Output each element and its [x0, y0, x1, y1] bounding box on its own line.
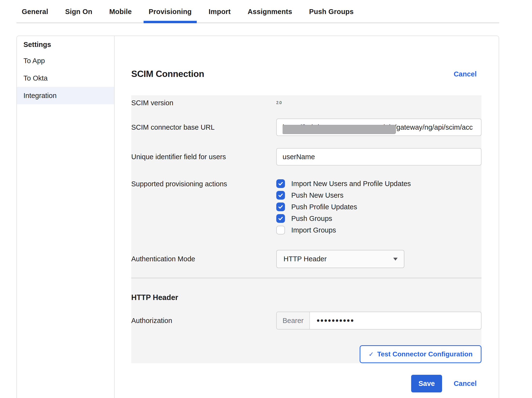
main-content: SCIM Connection Cancel SCIM version 2.0 …: [115, 36, 499, 398]
redaction-bar: [283, 125, 396, 134]
sidebar-item-to-okta[interactable]: To Okta: [17, 69, 114, 87]
sidebar-title: Settings: [17, 37, 114, 52]
unique-id-value: userName: [283, 153, 315, 161]
settings-sidebar: Settings To App To Okta Integration: [17, 36, 115, 398]
base-url-input[interactable]: https://b5bd-185-19-67-148.ngrok.io/gate…: [276, 119, 481, 136]
auth-mode-selected-value: HTTP Header: [284, 255, 327, 263]
base-url-label: SCIM connector base URL: [131, 123, 276, 131]
save-button[interactable]: Save: [411, 375, 442, 392]
checkbox-label: Push Groups: [291, 215, 332, 223]
header-cancel-link[interactable]: Cancel: [454, 70, 477, 78]
base-url-masked-prefix: https://b5bd-185-19-67-148.ngrok.io: [283, 119, 394, 136]
tab-sign-on[interactable]: Sign On: [65, 0, 92, 23]
check-icon: [277, 215, 284, 222]
auth-mode-label: Authentication Mode: [131, 255, 276, 263]
scim-version-value: 2.0: [276, 99, 481, 107]
option-import-new-users: Import New Users and Profile Updates: [276, 179, 481, 188]
http-header-section-title: HTTP Header: [131, 293, 481, 302]
option-import-groups: Import Groups: [276, 225, 481, 235]
provisioning-actions-label: Supported provisioning actions: [131, 179, 276, 235]
section-divider: [131, 278, 481, 278]
page-title: SCIM Connection: [131, 69, 204, 79]
settings-card: Settings To App To Okta Integration SCIM…: [16, 36, 499, 398]
check-icon: ✓: [369, 351, 374, 357]
tab-import[interactable]: Import: [209, 0, 231, 23]
authorization-input[interactable]: Bearer ••••••••••: [276, 312, 481, 330]
chevron-down-icon: [393, 258, 398, 261]
tab-mobile[interactable]: Mobile: [109, 0, 132, 23]
auth-mode-select[interactable]: HTTP Header: [276, 250, 404, 268]
tabbar-divider: [16, 23, 499, 23]
unique-id-label: Unique identifier field for users: [131, 153, 276, 161]
sidebar-item-to-app[interactable]: To App: [17, 52, 114, 69]
check-icon: [277, 192, 284, 198]
footer-cancel-link[interactable]: Cancel: [454, 380, 477, 388]
tab-provisioning[interactable]: Provisioning: [149, 0, 192, 23]
base-url-visible-suffix: /gateway/ng/api/scim/acc: [394, 123, 473, 131]
unique-id-input[interactable]: userName: [276, 148, 481, 165]
test-connector-label: Test Connector Configuration: [377, 350, 473, 358]
tab-push-groups[interactable]: Push Groups: [309, 0, 354, 23]
option-push-new-users: Push New Users: [276, 191, 481, 200]
scim-form-panel: SCIM version 2.0 SCIM connector base URL…: [131, 95, 481, 363]
check-icon: [277, 180, 284, 187]
checkbox-label: Push New Users: [291, 191, 343, 199]
authorization-secret-value[interactable]: ••••••••••: [310, 312, 354, 329]
checkbox-import-new-users[interactable]: [276, 179, 285, 188]
sidebar-item-integration[interactable]: Integration: [17, 87, 114, 104]
check-icon: [277, 204, 284, 210]
bearer-prefix: Bearer: [277, 312, 310, 329]
app-tabbar: General Sign On Mobile Provisioning Impo…: [0, 0, 532, 23]
checkbox-push-groups[interactable]: [276, 214, 285, 223]
checkbox-label: Import Groups: [291, 226, 336, 234]
option-push-profile-updates: Push Profile Updates: [276, 202, 481, 211]
checkbox-label: Import New Users and Profile Updates: [291, 180, 411, 188]
tab-general[interactable]: General: [22, 0, 48, 23]
checkbox-import-groups[interactable]: [276, 226, 285, 234]
checkbox-push-profile-updates[interactable]: [276, 203, 285, 211]
option-push-groups: Push Groups: [276, 214, 481, 223]
checkbox-push-new-users[interactable]: [276, 191, 285, 200]
test-connector-button[interactable]: ✓ Test Connector Configuration: [360, 345, 481, 363]
authorization-label: Authorization: [131, 317, 276, 325]
scim-version-label: SCIM version: [131, 99, 276, 107]
tab-assignments[interactable]: Assignments: [248, 0, 292, 23]
checkbox-label: Push Profile Updates: [291, 203, 357, 211]
